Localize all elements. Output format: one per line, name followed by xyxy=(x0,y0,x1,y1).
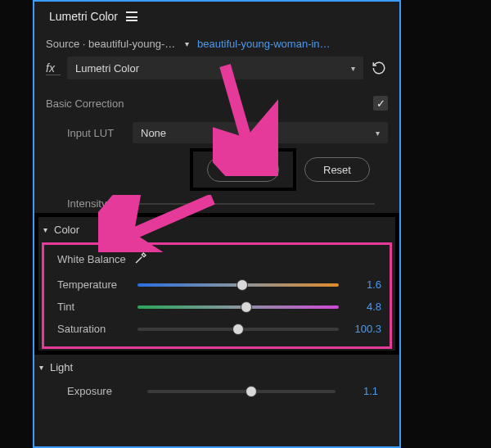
param-label: Tint xyxy=(57,301,131,313)
reset-effect-icon[interactable] xyxy=(370,59,388,77)
input-lut-value: None xyxy=(141,127,166,139)
eyedropper-icon[interactable] xyxy=(134,251,147,267)
exposure-slider[interactable] xyxy=(147,390,336,393)
param-label: Saturation xyxy=(57,323,131,335)
param-value[interactable]: 100.3 xyxy=(345,323,381,335)
chevron-down-icon: ▾ xyxy=(351,64,355,73)
color-section-header[interactable]: ▾ Color xyxy=(38,217,395,242)
panel-title: Lumetri Color xyxy=(49,10,118,23)
white-balance-label: White Balance xyxy=(57,253,126,265)
param-row-tint: Tint4.8 xyxy=(57,296,381,318)
input-lut-row: Input LUT None ▾ xyxy=(34,117,399,148)
disclosure-down-icon: ▾ xyxy=(43,225,47,234)
param-value[interactable]: 1.1 xyxy=(342,385,378,397)
disclosure-down-icon: ▾ xyxy=(39,363,43,372)
input-lut-select[interactable]: None ▾ xyxy=(133,122,388,143)
lumetri-color-panel: Lumetri Color Source · beautiful-young-w… xyxy=(33,0,401,448)
param-row-exposure: Exposure1.1 xyxy=(34,380,399,402)
tutorial-highlight-wb: White Balance Temperature1.6Tint4.8Satur… xyxy=(42,242,392,349)
chevron-down-icon[interactable]: ▾ xyxy=(182,39,192,48)
slider-thumb[interactable] xyxy=(246,386,257,397)
intensity-slider[interactable] xyxy=(131,203,375,205)
slider-thumb[interactable] xyxy=(236,279,248,291)
input-lut-label: Input LUT xyxy=(67,127,124,139)
intensity-label: Intensity xyxy=(67,197,124,210)
tint-slider[interactable] xyxy=(137,305,339,309)
slider-thumb[interactable] xyxy=(241,301,252,313)
param-label: Exposure xyxy=(67,385,141,397)
basic-correction-header: Basic Correction ✓ xyxy=(34,88,399,117)
auto-button[interactable]: ✦ Auto xyxy=(207,157,280,182)
saturation-slider[interactable] xyxy=(137,328,339,331)
source-label: Source · beautiful-young-w… xyxy=(46,38,177,50)
reset-button-label: Reset xyxy=(323,164,351,176)
auto-reset-area: ✦ Auto Reset xyxy=(34,148,399,197)
basic-correction-toggle[interactable]: ✓ xyxy=(373,96,388,111)
param-label: Temperature xyxy=(57,278,131,291)
magic-wand-icon: ✦ xyxy=(226,164,234,175)
temperature-slider[interactable] xyxy=(137,283,339,287)
intensity-row: Intensity xyxy=(34,197,399,213)
panel-menu-icon[interactable] xyxy=(126,11,137,21)
auto-button-label: Auto xyxy=(239,164,261,176)
effect-name: Lumetri Color xyxy=(75,62,139,75)
tutorial-highlight-color: ▾ Color White Balance Temperature1.6Tint… xyxy=(34,213,399,355)
param-value[interactable]: 1.6 xyxy=(345,278,381,291)
light-section-header[interactable]: ▾ Light xyxy=(34,355,399,380)
clip-link[interactable]: beautiful-young-woman-in… xyxy=(197,38,388,50)
effect-row: fx Lumetri Color ▾ xyxy=(34,53,399,88)
slider-thumb[interactable] xyxy=(232,324,244,335)
chevron-down-icon: ▾ xyxy=(376,129,380,138)
param-value[interactable]: 4.8 xyxy=(345,301,381,313)
source-row: Source · beautiful-young-w… ▾ beautiful-… xyxy=(34,28,399,53)
param-row-temperature: Temperature1.6 xyxy=(57,274,381,296)
white-balance-row: White Balance xyxy=(57,250,381,274)
color-section-label: Color xyxy=(54,224,79,236)
reset-button[interactable]: Reset xyxy=(304,157,370,182)
panel-header: Lumetri Color xyxy=(34,2,399,28)
tutorial-highlight-auto: ✦ Auto xyxy=(190,148,296,191)
effect-select[interactable]: Lumetri Color ▾ xyxy=(67,57,363,79)
basic-correction-label: Basic Correction xyxy=(46,97,373,110)
light-section-label: Light xyxy=(50,361,73,373)
param-row-saturation: Saturation100.3 xyxy=(57,318,381,340)
fx-badge[interactable]: fx xyxy=(46,61,61,75)
